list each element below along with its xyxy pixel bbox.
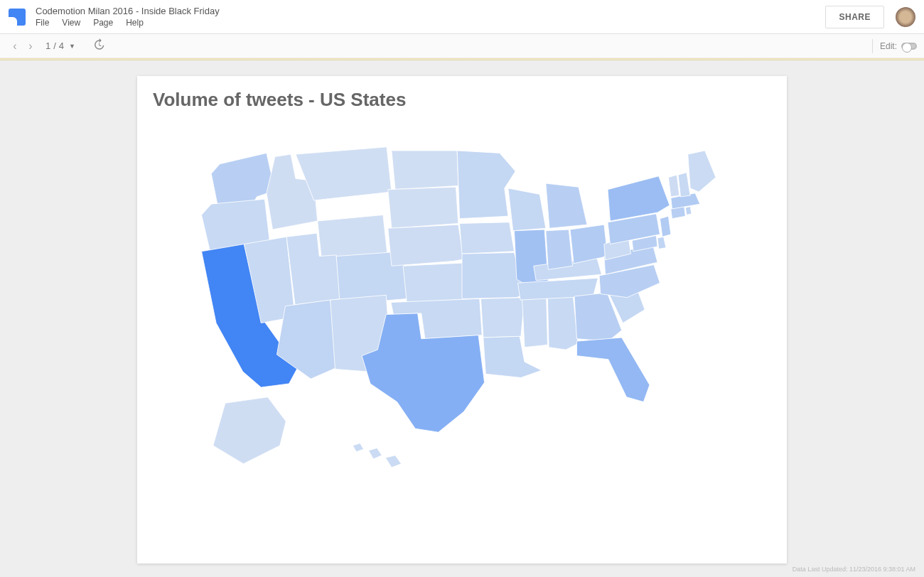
share-button[interactable]: SHARE xyxy=(825,6,884,28)
current-page: 1 xyxy=(45,41,50,51)
total-pages: 4 xyxy=(59,41,64,51)
divider xyxy=(872,39,873,53)
canvas-area: Volume of tweets - US States xyxy=(0,60,924,577)
menu-help[interactable]: Help xyxy=(126,18,144,28)
next-page-button[interactable]: › xyxy=(23,40,38,53)
toolbar: ‹ › 1 / 4 ▼ Edit: xyxy=(0,34,924,58)
state-AL[interactable] xyxy=(547,296,578,350)
menu-file[interactable]: File xyxy=(36,18,49,28)
menu-page[interactable]: Page xyxy=(93,18,113,28)
state-ME[interactable] xyxy=(688,151,716,192)
state-FL[interactable] xyxy=(576,338,650,402)
page-selector[interactable]: 1 / 4 ▼ xyxy=(45,41,75,51)
doc-info: Codemotion Milan 2016 - Inside Black Fri… xyxy=(36,6,825,28)
state-ND[interactable] xyxy=(392,151,458,190)
prev-page-button[interactable]: ‹ xyxy=(7,40,23,53)
report-title: Volume of tweets - US States xyxy=(153,89,771,111)
edit-toggle[interactable] xyxy=(901,43,917,50)
state-WA[interactable] xyxy=(211,153,275,207)
history-icon[interactable] xyxy=(92,38,105,53)
state-RI[interactable] xyxy=(685,206,692,215)
product-logo-icon[interactable] xyxy=(9,9,26,26)
state-NH[interactable] xyxy=(678,172,690,196)
state-OH[interactable] xyxy=(570,225,608,264)
state-MS[interactable] xyxy=(522,297,548,347)
doc-title[interactable]: Codemotion Milan 2016 - Inside Black Fri… xyxy=(36,6,825,16)
state-VT[interactable] xyxy=(668,175,679,197)
state-MI[interactable] xyxy=(546,183,587,228)
state-DE[interactable] xyxy=(657,237,666,249)
app-header: Codemotion Milan 2016 - Inside Black Fri… xyxy=(0,0,924,34)
user-avatar[interactable] xyxy=(896,7,915,27)
page-sep: / xyxy=(53,41,56,51)
data-updated-label: Data Last Updated: 11/23/2016 9:38:01 AM xyxy=(793,566,915,573)
edit-label: Edit: xyxy=(880,41,897,51)
state-SD[interactable] xyxy=(388,187,458,228)
state-HI[interactable] xyxy=(353,443,401,467)
us-choropleth-map[interactable] xyxy=(153,111,771,537)
state-WI[interactable] xyxy=(508,188,546,231)
state-IN[interactable] xyxy=(546,230,573,269)
menubar: File View Page Help xyxy=(36,18,825,28)
state-AK[interactable] xyxy=(213,397,286,464)
state-IA[interactable] xyxy=(460,222,515,254)
report-card: Volume of tweets - US States xyxy=(137,76,787,563)
state-NJ[interactable] xyxy=(660,216,670,237)
state-MN[interactable] xyxy=(457,151,515,219)
chevron-down-icon: ▼ xyxy=(69,43,75,50)
state-AR[interactable] xyxy=(480,297,525,337)
menu-view[interactable]: View xyxy=(62,18,80,28)
state-NY[interactable] xyxy=(608,176,670,221)
